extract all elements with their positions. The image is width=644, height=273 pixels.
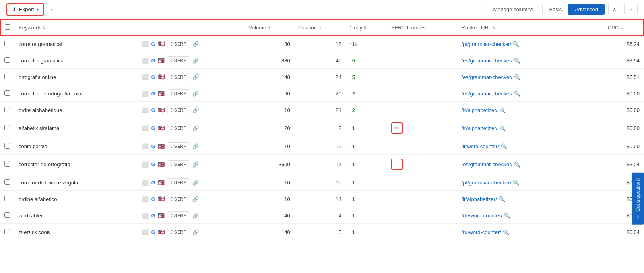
- serp-button[interactable]: ⤴ SERP: [167, 160, 190, 168]
- row-checkbox[interactable]: [4, 179, 10, 185]
- ranked-url-cell[interactable]: /it/word-counter/🔍: [458, 138, 604, 155]
- row-checkbox[interactable]: [4, 196, 10, 201]
- desktop-icon: ⬜: [142, 74, 149, 80]
- row-checkbox-cell[interactable]: [0, 69, 14, 85]
- ranked-url-link[interactable]: /pt/grammar-checker/: [462, 41, 512, 47]
- manage-columns-button[interactable]: ⫶ Manage columns: [482, 4, 539, 15]
- row-checkbox[interactable]: [4, 212, 10, 218]
- row-checkbox-cell[interactable]: [0, 155, 14, 174]
- row-icons-cell: ⬜ G 🇺🇸 ⤴ SERP 🔗: [138, 52, 244, 69]
- view-advanced-button[interactable]: Advanced: [568, 4, 605, 15]
- serp-button[interactable]: ⤴ SERP: [167, 73, 190, 81]
- row-checkbox[interactable]: [4, 161, 10, 167]
- volume-cell: 10: [245, 191, 294, 207]
- serp-button[interactable]: ⤴ SERP: [167, 178, 190, 186]
- row-checkbox-cell[interactable]: [0, 102, 14, 118]
- url-search-icon[interactable]: 🔍: [513, 41, 519, 47]
- ranked-url-cell[interactable]: /ru/word-counter/🔍: [458, 224, 604, 240]
- ranked-url-link[interactable]: /es/grammar-checker/: [462, 74, 512, 80]
- serp-features-cell: [387, 69, 458, 85]
- expand-button[interactable]: ⤢: [624, 4, 638, 15]
- ranked-url-link[interactable]: /de/word-counter/: [462, 213, 502, 219]
- ranked-url-cell[interactable]: /it/alphabetizer/🔍: [458, 191, 604, 207]
- url-search-icon[interactable]: 🔍: [504, 213, 510, 219]
- oneday-column-header[interactable]: 1 day ⇅: [345, 20, 387, 35]
- ranked-url-link[interactable]: /it/alphabetizer/: [462, 196, 497, 202]
- ranked-url-link[interactable]: /fr/alphabetizer/: [462, 107, 498, 113]
- ranked-url-cell[interactable]: /es/grammar-checker/🔍: [458, 155, 604, 174]
- row-checkbox[interactable]: [4, 74, 10, 79]
- table-row: corretor gramatical ⬜ G 🇺🇸 ⤴ SERP 🔗 3018…: [0, 35, 644, 52]
- serp-label: SERP: [174, 162, 186, 167]
- url-search-icon[interactable]: 🔍: [499, 125, 506, 131]
- google-icon: G: [151, 143, 155, 149]
- row-checkbox-cell[interactable]: [0, 35, 14, 52]
- ranked-url-cell[interactable]: /es/grammar-checker/🔍: [458, 69, 604, 85]
- row-checkbox-cell[interactable]: [0, 207, 14, 224]
- serp-button[interactable]: ⤴ SERP: [167, 142, 190, 150]
- row-checkbox[interactable]: [4, 41, 10, 46]
- cpc-cell: $0.00: [604, 102, 644, 118]
- change-value: ↑1: [349, 125, 355, 131]
- ranked-url-link[interactable]: /ru/word-counter/: [462, 229, 501, 235]
- row-checkbox-cell[interactable]: [0, 138, 14, 155]
- serp-button[interactable]: ⤴ SERP: [167, 40, 190, 48]
- ranked-url-link[interactable]: /es/grammar-checker/: [462, 91, 512, 97]
- url-search-icon[interactable]: 🔍: [514, 58, 520, 64]
- url-search-icon[interactable]: 🔍: [514, 161, 520, 168]
- url-search-icon[interactable]: 🔍: [501, 143, 507, 149]
- serp-button[interactable]: ⤴ SERP: [167, 211, 190, 219]
- ranked-url-cell[interactable]: /de/word-counter/🔍: [458, 207, 604, 224]
- row-checkbox-cell[interactable]: [0, 85, 14, 102]
- table-row: alfabetik siralama ⬜ G 🇺🇸 ⤴ SERP 🔗 202↑1…: [0, 118, 644, 138]
- row-checkbox[interactable]: [4, 143, 10, 149]
- export-button[interactable]: ⬇ Export ▾: [6, 3, 44, 16]
- keyword-cell: alfabetik siralama: [14, 118, 138, 138]
- url-search-icon[interactable]: 🔍: [499, 107, 506, 113]
- ranked-url-cell[interactable]: /fr/alphabetizer/🔍: [458, 102, 604, 118]
- ranked-url-cell[interactable]: /tr/alphabetizer/🔍: [458, 118, 604, 138]
- url-search-icon[interactable]: 🔍: [513, 180, 519, 186]
- got-question-widget[interactable]: ○ Got a question?: [632, 173, 644, 225]
- collapse-button[interactable]: ∧: [608, 4, 621, 15]
- serp-button[interactable]: ⤴ SERP: [167, 89, 190, 97]
- url-search-icon[interactable]: 🔍: [514, 74, 520, 80]
- ranked-url-link[interactable]: /it/word-counter/: [462, 143, 499, 149]
- url-search-icon[interactable]: 🔍: [503, 229, 509, 235]
- row-checkbox[interactable]: [4, 90, 10, 96]
- serp-button[interactable]: ⤴ SERP: [167, 124, 190, 132]
- cpc-column-header[interactable]: CPC ⇅: [604, 20, 644, 35]
- row-checkbox-cell[interactable]: [0, 224, 14, 240]
- ranked-url-column-header[interactable]: Ranked URL ⇅: [458, 20, 604, 35]
- row-checkbox[interactable]: [4, 125, 10, 130]
- serp-button[interactable]: ⤴ SERP: [167, 106, 190, 114]
- url-search-icon[interactable]: 🔍: [514, 91, 520, 97]
- select-all-checkbox[interactable]: [5, 24, 10, 30]
- volume-column-header[interactable]: Volume ⇅: [245, 20, 294, 35]
- serp-button[interactable]: ⤴ SERP: [167, 195, 190, 203]
- position-column-header[interactable]: Position ⇅: [294, 20, 346, 35]
- ranked-url-cell[interactable]: /pt/grammar-checker/🔍: [458, 174, 604, 191]
- ranked-url-link[interactable]: /tr/alphabetizer/: [462, 125, 498, 131]
- ranked-url-link[interactable]: /es/grammar-checker/: [462, 161, 512, 168]
- serp-button[interactable]: ⤴ SERP: [167, 228, 190, 236]
- row-checkbox-cell[interactable]: [0, 174, 14, 191]
- ranked-url-link[interactable]: /es/grammar-checker/: [462, 58, 512, 64]
- ranked-url-link[interactable]: /pt/grammar-checker/: [462, 180, 512, 186]
- url-search-icon[interactable]: 🔍: [499, 196, 505, 202]
- row-checkbox[interactable]: [4, 107, 10, 112]
- select-all-header[interactable]: [0, 20, 14, 35]
- row-checkbox[interactable]: [4, 229, 10, 234]
- row-checkbox-cell[interactable]: [0, 191, 14, 207]
- serp-features-cell: [387, 138, 458, 155]
- row-checkbox-cell[interactable]: [0, 118, 14, 138]
- ranked-url-cell[interactable]: /pt/grammar-checker/🔍: [458, 35, 604, 52]
- ranked-url-cell[interactable]: /es/grammar-checker/🔍: [458, 52, 604, 69]
- serp-button[interactable]: ⤴ SERP: [167, 56, 190, 64]
- view-basic-button[interactable]: Basic: [543, 4, 568, 15]
- row-checkbox-cell[interactable]: [0, 52, 14, 69]
- row-checkbox[interactable]: [4, 57, 10, 63]
- keywords-column-header[interactable]: Keywords ⇅: [14, 20, 138, 35]
- ranked-url-cell[interactable]: /es/grammar-checker/🔍: [458, 85, 604, 102]
- cpc-cell: $6.51: [604, 69, 644, 85]
